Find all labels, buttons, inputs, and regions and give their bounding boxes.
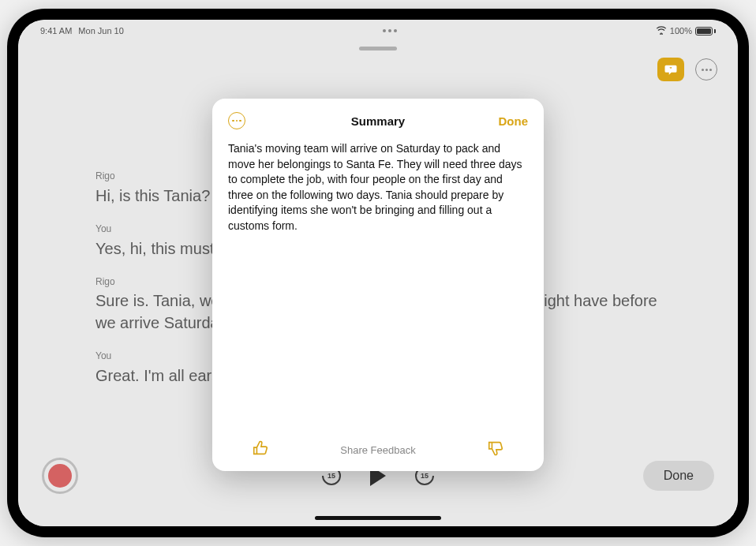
screen: 9:41 AM Mon Jun 10 100% [18,20,738,526]
svg-text:”: ” [669,66,672,72]
skip-fwd-value: 15 [421,472,429,480]
modal-footer: Share Feedback [228,439,528,460]
battery-icon [695,27,716,36]
ellipsis-icon [232,120,241,122]
more-button[interactable] [695,58,717,80]
record-button[interactable] [42,458,78,494]
thumbs-up-button[interactable] [252,439,269,460]
status-date: Mon Jun 10 [78,26,123,36]
wifi-icon [656,26,667,36]
share-feedback-label: Share Feedback [340,444,415,456]
modal-title: Summary [351,114,405,128]
sheet-grabber[interactable] [359,47,397,50]
thumbs-down-button[interactable] [487,439,504,460]
multitask-indicator-icon[interactable] [383,29,397,32]
ipad-frame: 9:41 AM Mon Jun 10 100% [7,9,749,537]
modal-done-button[interactable]: Done [499,114,529,128]
top-right-tools: ” [657,58,717,81]
done-button[interactable]: Done [643,461,714,491]
summary-text: Tania's moving team will arrive on Satur… [228,141,528,234]
status-bar: 9:41 AM Mon Jun 10 100% [18,20,738,42]
summary-modal: Summary Done Tania's moving team will ar… [212,99,544,471]
modal-more-button[interactable] [228,112,245,129]
modal-header: Summary Done [228,111,528,130]
skip-back-value: 15 [327,472,335,480]
status-time: 9:41 AM [40,26,72,36]
transcript-quote-button[interactable]: ” [657,58,684,81]
home-indicator[interactable] [315,516,441,520]
battery-percent: 100% [670,26,692,36]
ellipsis-icon [702,69,712,71]
record-icon [48,464,72,488]
